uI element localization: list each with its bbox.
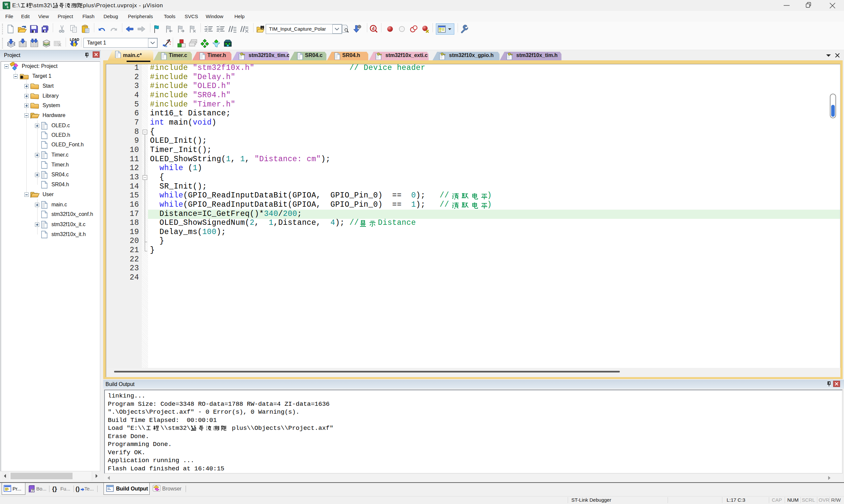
svg-text:5: 5 [6,5,8,9]
svg-text:LOAD: LOAD [70,38,79,41]
svg-text:?: ? [32,488,34,492]
svg-text:d: d [372,26,375,31]
